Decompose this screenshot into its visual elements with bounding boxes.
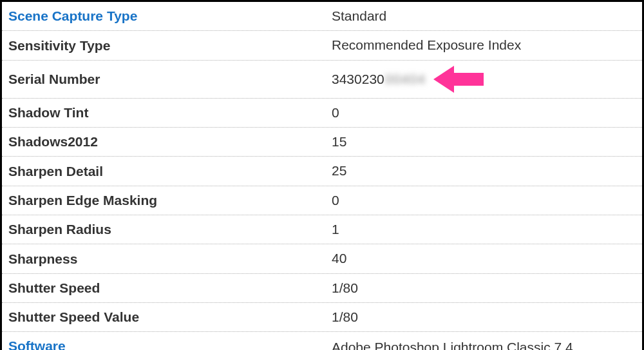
metadata-row: Shutter Speed1/80	[2, 274, 642, 303]
metadata-label[interactable]: Software	[2, 332, 329, 350]
metadata-label: Shadows2012	[2, 129, 329, 155]
metadata-label: Shadow Tint	[2, 100, 329, 126]
metadata-value: Standard	[329, 2, 642, 30]
metadata-value: 15	[329, 128, 642, 156]
serial-number-value: 343023000404	[332, 66, 484, 93]
metadata-row: Shadow Tint0	[2, 99, 642, 128]
metadata-row: Scene Capture TypeStandard	[2, 2, 642, 31]
metadata-value: 343023000404	[329, 61, 642, 98]
metadata-label: Sensitivity Type	[2, 33, 329, 59]
metadata-value: 25	[329, 157, 642, 185]
metadata-label: Sharpness	[2, 246, 329, 272]
serial-blurred-part: 00404	[385, 70, 426, 88]
metadata-value: Adobe Photoshop Lightroom Classic 7.4 (M…	[329, 332, 642, 350]
metadata-value: 40	[329, 244, 642, 273]
metadata-label: Sharpen Edge Masking	[2, 188, 329, 213]
metadata-label: Sharpen Radius	[2, 217, 329, 242]
metadata-row: SoftwareAdobe Photoshop Lightroom Classi…	[2, 332, 642, 350]
serial-visible-part: 3430230	[332, 70, 384, 88]
metadata-row: Sensitivity TypeRecommended Exposure Ind…	[2, 31, 642, 60]
metadata-table: Scene Capture TypeStandardSensitivity Ty…	[0, 0, 644, 350]
metadata-label: Shutter Speed Value	[2, 304, 329, 330]
metadata-row: Sharpen Detail25	[2, 157, 642, 186]
metadata-value: 1	[329, 215, 642, 244]
metadata-row: Shadows201215	[2, 128, 642, 157]
metadata-value: 1/80	[329, 274, 642, 302]
pink-arrow-icon	[433, 66, 484, 93]
metadata-value: 0	[329, 99, 642, 127]
metadata-value: Recommended Exposure Index	[329, 31, 642, 59]
metadata-row: Sharpen Edge Masking0	[2, 186, 642, 215]
metadata-label: Serial Number	[2, 66, 329, 92]
metadata-row: Sharpness40	[2, 244, 642, 273]
metadata-row: Shutter Speed Value1/80	[2, 303, 642, 332]
metadata-label[interactable]: Scene Capture Type	[2, 3, 329, 29]
metadata-label: Shutter Speed	[2, 275, 329, 301]
metadata-value: 0	[329, 186, 642, 215]
metadata-row: Serial Number343023000404	[2, 61, 642, 99]
metadata-row: Sharpen Radius1	[2, 215, 642, 244]
metadata-value: 1/80	[329, 303, 642, 331]
metadata-label: Sharpen Detail	[2, 159, 329, 184]
